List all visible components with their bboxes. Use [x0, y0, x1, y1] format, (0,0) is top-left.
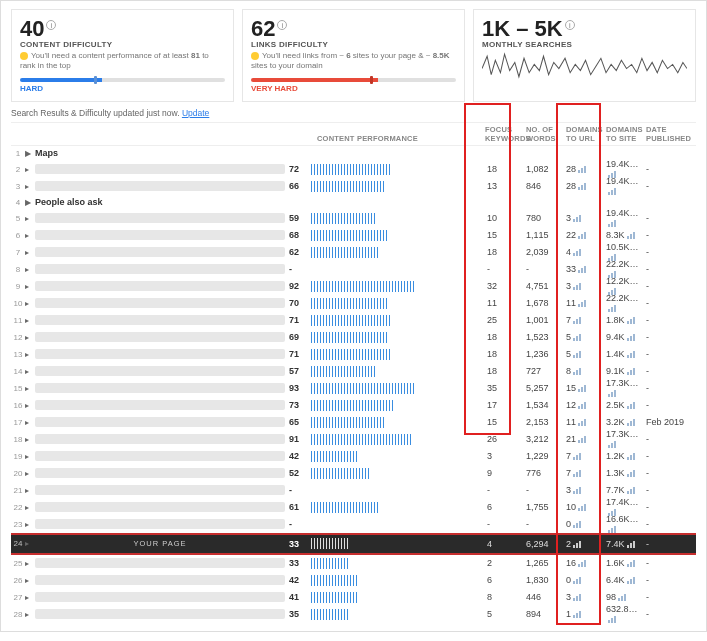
table-row[interactable]: 20▸52977671.3K-	[11, 465, 696, 482]
table-row[interactable]: 11▸71251,00171.8K-	[11, 312, 696, 329]
bar-chart-icon[interactable]	[627, 334, 635, 341]
table-row[interactable]: 3▸66138462819.4K…-	[11, 178, 696, 195]
chevron-right-icon[interactable]: ▸	[25, 265, 35, 274]
bar-chart-icon[interactable]	[627, 317, 635, 324]
chevron-right-icon[interactable]: ▸	[25, 610, 35, 619]
bar-chart-icon[interactable]	[573, 470, 581, 477]
result-title-placeholder[interactable]	[35, 366, 285, 376]
bar-chart-icon[interactable]	[578, 504, 586, 511]
update-link[interactable]: Update	[182, 108, 209, 118]
bar-chart-icon[interactable]	[578, 402, 586, 409]
table-row[interactable]: 16▸73171,534122.5K-	[11, 397, 696, 414]
chevron-right-icon[interactable]: ▸	[25, 401, 35, 410]
chevron-right-icon[interactable]: ▸	[25, 486, 35, 495]
table-row[interactable]: 8▸---3322.2K…-	[11, 261, 696, 278]
bar-chart-icon[interactable]	[608, 441, 616, 448]
col-domains-to-site[interactable]: DOMAINS TO SITE	[606, 125, 646, 143]
table-row[interactable]: 7▸62182,039410.5K…-	[11, 244, 696, 261]
info-icon[interactable]: i	[565, 20, 575, 30]
chevron-right-icon[interactable]: ▸	[25, 520, 35, 529]
result-title-placeholder[interactable]	[35, 164, 285, 174]
result-title-placeholder[interactable]	[35, 434, 285, 444]
chevron-right-icon[interactable]: ▸	[25, 452, 35, 461]
table-row[interactable]: 28▸3558941632.8…-	[11, 606, 696, 623]
col-no-of-words[interactable]: NO. OF WORDS	[526, 125, 564, 143]
result-title-placeholder[interactable]	[35, 247, 285, 257]
bar-chart-icon[interactable]	[578, 266, 586, 273]
bar-chart-icon[interactable]	[578, 183, 586, 190]
result-title-placeholder[interactable]	[35, 298, 285, 308]
table-row[interactable]: 22▸6161,7551017.4K…-	[11, 499, 696, 516]
chevron-right-icon[interactable]: ▸	[25, 559, 35, 568]
bar-chart-icon[interactable]	[578, 300, 586, 307]
bar-chart-icon[interactable]	[627, 232, 635, 239]
result-title-placeholder[interactable]	[35, 349, 285, 359]
bar-chart-icon[interactable]	[627, 577, 635, 584]
col-content-performance[interactable]: CONTENT PERFORMANCE	[311, 134, 421, 143]
table-row[interactable]: 1▶Maps	[11, 146, 696, 161]
chevron-right-icon[interactable]: ▸	[25, 299, 35, 308]
bar-chart-icon[interactable]	[627, 351, 635, 358]
chevron-right-icon[interactable]: ▸	[25, 333, 35, 342]
chevron-right-icon[interactable]: ▸	[25, 282, 35, 291]
table-row[interactable]: 10▸70111,6781122.2K…-	[11, 295, 696, 312]
bar-chart-icon[interactable]	[578, 166, 586, 173]
table-row[interactable]: 13▸71181,23651.4K-	[11, 346, 696, 363]
result-title-placeholder[interactable]	[35, 417, 285, 427]
bar-chart-icon[interactable]	[573, 487, 581, 494]
table-row[interactable]: 12▸69181,52359.4K-	[11, 329, 696, 346]
chevron-right-icon[interactable]: ▸	[25, 384, 35, 393]
bar-chart-icon[interactable]	[573, 334, 581, 341]
bar-chart-icon[interactable]	[627, 368, 635, 375]
table-row[interactable]: 21▸---37.7K-	[11, 482, 696, 499]
table-row[interactable]: 17▸65152,153113.2KFeb 2019	[11, 414, 696, 431]
result-title-placeholder[interactable]	[35, 315, 285, 325]
chevron-right-icon[interactable]: ▸	[25, 214, 35, 223]
bar-chart-icon[interactable]	[573, 594, 581, 601]
chevron-right-icon[interactable]: ▸	[25, 435, 35, 444]
table-row[interactable]: 9▸92324,751312.2K…-	[11, 278, 696, 295]
table-row[interactable]: 19▸4231,22971.2K-	[11, 448, 696, 465]
col-date-published[interactable]: DATE PUBLISHED	[646, 125, 696, 143]
result-title-placeholder[interactable]	[35, 485, 285, 495]
col-domains-to-url[interactable]: DOMAINS TO URL	[564, 125, 606, 143]
bar-chart-icon[interactable]	[608, 220, 616, 227]
table-row[interactable]: 2▸72181,0822819.4K…-	[11, 161, 696, 178]
result-title-placeholder[interactable]	[35, 230, 285, 240]
bar-chart-icon[interactable]	[573, 249, 581, 256]
bar-chart-icon[interactable]	[578, 560, 586, 567]
result-title-placeholder[interactable]	[35, 451, 285, 461]
bar-chart-icon[interactable]	[627, 419, 635, 426]
result-title-placeholder[interactable]	[35, 502, 285, 512]
bar-chart-icon[interactable]	[627, 402, 635, 409]
chevron-right-icon[interactable]: ▸	[25, 165, 35, 174]
result-title-placeholder[interactable]	[35, 281, 285, 291]
bar-chart-icon[interactable]	[573, 521, 581, 528]
table-row[interactable]: 18▸91263,2122117.3K…-	[11, 431, 696, 448]
result-title-placeholder[interactable]	[35, 181, 285, 191]
bar-chart-icon[interactable]	[627, 541, 635, 548]
chevron-right-icon[interactable]: ▸	[25, 316, 35, 325]
info-icon[interactable]: i	[277, 20, 287, 30]
bar-chart-icon[interactable]	[573, 541, 581, 548]
bar-chart-icon[interactable]	[573, 215, 581, 222]
chevron-right-icon[interactable]: ▸	[25, 539, 35, 548]
result-title-placeholder[interactable]	[35, 264, 285, 274]
result-title-placeholder[interactable]	[35, 609, 285, 619]
bar-chart-icon[interactable]	[608, 305, 616, 312]
chevron-right-icon[interactable]: ▸	[25, 593, 35, 602]
chevron-right-icon[interactable]: ▶	[25, 149, 35, 158]
chevron-right-icon[interactable]: ▸	[25, 182, 35, 191]
bar-chart-icon[interactable]	[573, 351, 581, 358]
chevron-right-icon[interactable]: ▸	[25, 231, 35, 240]
bar-chart-icon[interactable]	[627, 453, 635, 460]
chevron-right-icon[interactable]: ▸	[25, 469, 35, 478]
bar-chart-icon[interactable]	[573, 453, 581, 460]
result-title-placeholder[interactable]	[35, 519, 285, 529]
chevron-right-icon[interactable]: ▸	[25, 576, 35, 585]
result-title-placeholder[interactable]	[35, 575, 285, 585]
chevron-right-icon[interactable]: ▶	[25, 198, 35, 207]
result-title-placeholder[interactable]	[35, 332, 285, 342]
bar-chart-icon[interactable]	[627, 560, 635, 567]
your-page-row[interactable]: 24▸YOUR PAGE3346,29427.4K-	[11, 533, 696, 555]
